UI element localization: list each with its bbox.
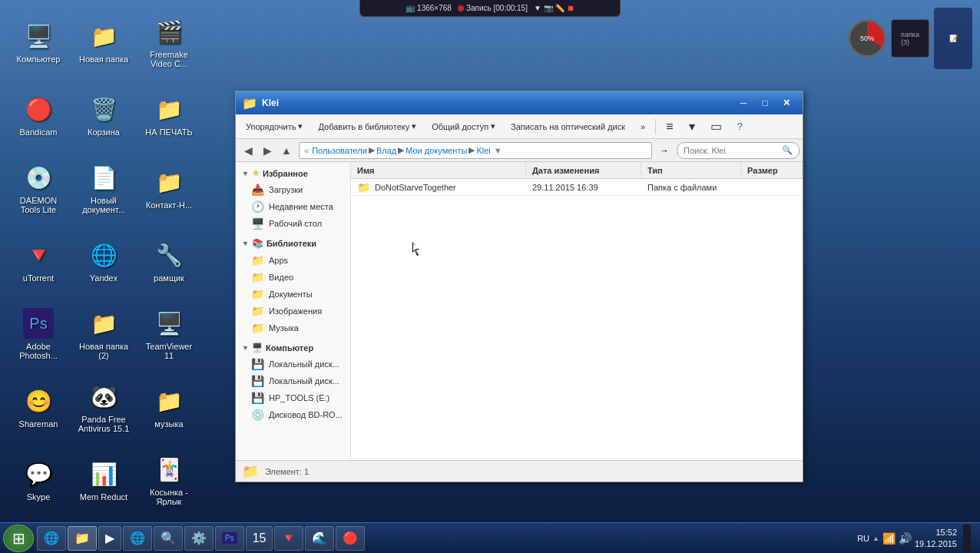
sidebar-libraries-header[interactable]: ▼ 📚 Библиотеки <box>236 235 350 252</box>
desktop-icon-muzyka[interactable]: 📁 музыка <box>138 373 200 442</box>
sidebar-drive-c2[interactable]: 💾 Локальный диск... <box>236 373 350 389</box>
desktop-icon-na-pechat[interactable]: 📁 НА ПЕЧАТЬ <box>138 81 200 150</box>
address-path[interactable]: « Пользователи ▶ Влад ▶ Мои документы ▶ … <box>299 142 652 159</box>
breadcrumb-vlad[interactable]: Влад <box>376 146 396 155</box>
desktop-icon-panda[interactable]: 🐼 Panda Free Antivirus 15.1 <box>73 373 134 442</box>
view-options-button[interactable]: ▾ <box>682 117 702 137</box>
utorrent-icon: 🔻 <box>23 240 54 270</box>
sidebar-item-apps[interactable]: 📁 Apps <box>236 252 350 269</box>
desktop-icon-daemon[interactable]: 💿 DAEMON Tools Lite <box>8 154 69 223</box>
sidebar-drive-hp[interactable]: 💾 HP_TOOLS (E:) <box>236 389 350 406</box>
desktop-icon-teamviewer[interactable]: 🖥️ TeamViewer 11 <box>138 300 200 369</box>
forward-button[interactable]: ▶ <box>258 141 276 160</box>
minimize-button[interactable]: ─ <box>733 95 753 111</box>
desktop-icon-bandicam[interactable]: 🔴 Bandicam <box>8 81 69 150</box>
taskbar-ie[interactable]: 🌐 <box>37 526 66 551</box>
top-right-widget: папка(3) <box>891 19 929 58</box>
tray-arrow-icon[interactable]: ▲ <box>872 535 879 542</box>
desktop-icon-novyi-doc[interactable]: 📄 Новый документ... <box>73 154 134 223</box>
rec-camera-icon[interactable]: 📷 <box>544 4 553 12</box>
sidebar-item-izobrazheniya[interactable]: 📁 Изображения <box>236 303 350 320</box>
file-list: Имя Дата изменения Тип Размер <box>351 162 803 460</box>
share-button[interactable]: Общий доступ ▾ <box>425 117 502 137</box>
maximize-button[interactable]: □ <box>755 95 775 111</box>
sidebar-drive-c1[interactable]: 💾 Локальный диск... <box>236 356 350 373</box>
desktop-icon-adobe-ps[interactable]: Ps Adobe Photosh... <box>8 300 69 369</box>
organize-button[interactable]: Упорядочить ▾ <box>239 117 310 137</box>
tray-volume-icon[interactable]: 🔊 <box>899 532 912 545</box>
desktop-icon-novaya-papka2[interactable]: 📁 Новая папка (2) <box>73 300 134 369</box>
tray-language[interactable]: RU <box>857 534 869 543</box>
monitor-icon: 📺 <box>406 4 415 12</box>
col-name-header[interactable]: Имя <box>351 162 526 178</box>
add-library-button[interactable]: Добавить в библиотеку ▾ <box>311 117 423 137</box>
col-type-header[interactable]: Тип <box>641 162 741 178</box>
taskbar-yandex-browser[interactable]: 🌐 <box>123 526 152 551</box>
taskbar-media[interactable]: ▶ <box>98 526 121 551</box>
sidebar-item-nedavnie[interactable]: 🕐 Недавние места <box>236 198 350 215</box>
desktop-icon-novaya-papka[interactable]: 📁 Новая папка <box>73 8 134 77</box>
desktop-icon-ramshik[interactable]: 🔧 рамщик <box>138 227 200 296</box>
tool1-icon: ⚙️ <box>191 531 207 545</box>
desktop-icon-mem-reduct[interactable]: 📊 Mem Reduct <box>73 445 134 515</box>
view-details-button[interactable]: ≡ <box>659 117 680 137</box>
back-button[interactable]: ◀ <box>239 141 257 160</box>
taskbar: ⊞ 🌐 📁 ▶ 🌐 🔍 ⚙️ Ps <box>0 522 980 553</box>
burn-button[interactable]: Записать на оптический диск <box>504 117 632 137</box>
desktop-icon-komputer[interactable]: 🖥️ Компьютер <box>8 8 69 77</box>
desktop-icon-freemake[interactable]: 🎬 Freemake Video C... <box>138 8 200 77</box>
sidebar-item-dokumenty[interactable]: 📁 Документы <box>236 286 350 303</box>
taskbar-tool1[interactable]: ⚙️ <box>184 526 214 551</box>
computer-icon: 🖥️ <box>252 343 263 353</box>
sidebar-favorites-header[interactable]: ▼ ★ Избранное <box>236 165 350 181</box>
address-dropdown-arrow[interactable]: ▼ <box>494 146 502 155</box>
table-row[interactable]: 📁 DoNotStarveTogether 29.11.2015 16:39 П… <box>351 179 803 196</box>
taskbar-yandex-search[interactable]: 🔍 <box>154 526 183 551</box>
rec-dropdown-icon[interactable]: ▼ <box>534 4 541 12</box>
taskbar-app15[interactable]: 15 <box>246 526 273 551</box>
more-button[interactable]: » <box>634 117 652 137</box>
novaya-papka-icon: 📁 <box>88 21 119 51</box>
file-list-empty[interactable] <box>351 196 803 426</box>
taskbar-clock[interactable]: 15:52 19.12.2015 <box>915 527 957 549</box>
taskbar-bandicam[interactable]: 🔴 <box>336 526 365 551</box>
sidebar-item-video[interactable]: 📁 Видео <box>236 269 350 286</box>
col-date-header[interactable]: Дата изменения <box>526 162 641 178</box>
sidebar-item-muzyka[interactable]: 📁 Музыка <box>236 320 350 336</box>
breadcrumb-moi-dokumenty[interactable]: Мои документы <box>406 146 467 155</box>
breadcrumb-sep-1: ▶ <box>369 145 375 155</box>
breadcrumb-polzovateli[interactable]: Пользователи <box>312 146 367 155</box>
desktop-icon-kontakt[interactable]: 📁 Контакт-Н... <box>138 154 200 223</box>
taskbar-photoshop[interactable]: Ps <box>215 526 244 551</box>
taskbar-freemake[interactable]: 🔻 <box>274 526 303 551</box>
sidebar-computer-header[interactable]: ▼ 🖥️ Компьютер <box>236 339 350 356</box>
desktop-icon-utorrent[interactable]: 🔻 uTorrent <box>8 227 69 296</box>
yandex-icon: 🌐 <box>88 240 119 270</box>
tray-network-icon[interactable]: 📶 <box>882 532 896 545</box>
breadcrumb-klei[interactable]: Klei <box>476 146 490 155</box>
address-go-button[interactable]: → <box>655 142 674 159</box>
preview-button[interactable]: ▭ <box>704 117 729 137</box>
taskbar-app2[interactable]: 🌊 <box>305 526 334 551</box>
taskbar-explorer[interactable]: 📁 <box>68 526 97 551</box>
show-desktop-button[interactable] <box>963 525 971 552</box>
sidebar-drive-bd[interactable]: 💿 Дисковод BD-RO... <box>236 406 350 423</box>
close-button[interactable]: ✕ <box>776 95 796 111</box>
up-button[interactable]: ▲ <box>277 141 296 160</box>
desktop-icon-korzina[interactable]: 🗑️ Корзина <box>73 81 134 150</box>
sidebar-computer-section: ▼ 🖥️ Компьютер 💾 Локальный диск... 💾 Лок… <box>236 339 350 423</box>
teamviewer-icon: 🖥️ <box>154 308 184 339</box>
sidebar-item-zagruzki[interactable]: 📥 Загрузки <box>236 181 350 198</box>
desktop-icon-kosynka[interactable]: 🃏 Косынка - Ярлык <box>138 445 200 515</box>
help-button[interactable]: ? <box>730 117 750 137</box>
sidebar-item-rabochii-stol[interactable]: 🖥️ Рабочий стол <box>236 215 350 232</box>
search-icon[interactable]: 🔍 <box>782 145 793 155</box>
desktop-icon-skype[interactable]: 💬 Skype <box>8 445 69 515</box>
search-input[interactable] <box>684 146 779 155</box>
rec-stop-icon[interactable]: ⏹ <box>567 4 574 12</box>
desktop-icon-shareman[interactable]: 😊 Shareman <box>8 373 69 442</box>
col-size-header[interactable]: Размер <box>741 162 803 178</box>
desktop-icon-yandex[interactable]: 🌐 Yandex <box>73 227 134 296</box>
start-button[interactable]: ⊞ <box>3 525 34 552</box>
rec-edit-icon[interactable]: ✏️ <box>555 4 564 12</box>
